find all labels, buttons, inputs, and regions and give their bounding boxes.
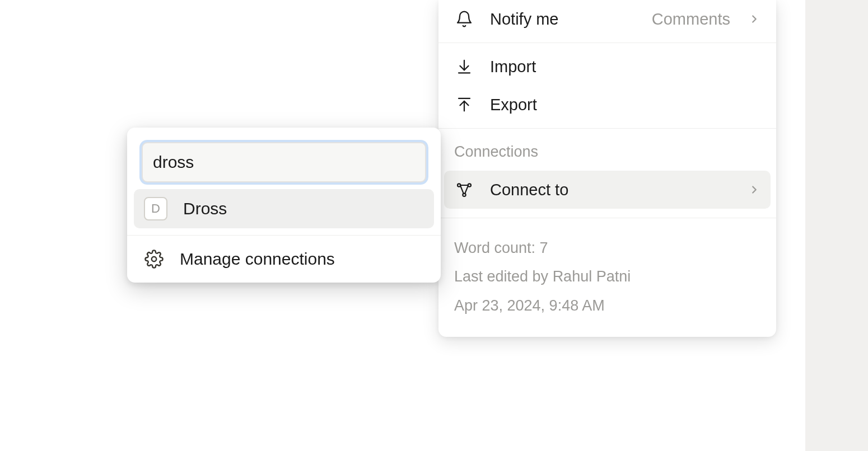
- manage-connections-item[interactable]: Manage connections: [127, 236, 441, 283]
- manage-connections-label: Manage connections: [180, 250, 335, 269]
- menu-divider: [438, 43, 776, 43]
- page-info-footer: Word count: 7 Last edited by Rahul Patni…: [438, 223, 776, 337]
- page-margin: [805, 0, 868, 451]
- connect-search-popover: D Dross Manage connections: [127, 128, 441, 283]
- word-count-line: Word count: 7: [454, 234, 760, 262]
- menu-item-value: Comments: [652, 10, 730, 29]
- last-edited-line: Last edited by Rahul Patni: [454, 262, 760, 291]
- gear-icon: [144, 249, 164, 269]
- chevron-right-icon: [748, 184, 760, 196]
- result-label: Dross: [183, 199, 227, 218]
- search-input[interactable]: [142, 142, 426, 182]
- last-edited-prefix: Last edited by: [454, 268, 553, 285]
- connections-header: Connections: [438, 133, 776, 166]
- import-item[interactable]: Import: [438, 48, 776, 86]
- page-menu-panel: Notify me Comments Import Exp: [438, 0, 776, 337]
- connect-to-item[interactable]: Connect to: [444, 171, 771, 209]
- result-badge: D: [144, 197, 167, 220]
- menu-item-label: Import: [490, 58, 760, 76]
- word-count-value: 7: [540, 239, 548, 256]
- chevron-right-icon: [748, 13, 760, 25]
- search-input-wrap: [127, 128, 441, 189]
- export-item[interactable]: Export: [438, 86, 776, 124]
- menu-item-label: Connect to: [490, 181, 732, 199]
- menu-divider: [438, 128, 776, 129]
- notify-me-item[interactable]: Notify me Comments: [438, 0, 776, 38]
- word-count-label: Word count:: [454, 239, 540, 256]
- timestamp-line: Apr 23, 2024, 9:48 AM: [454, 292, 760, 320]
- bell-icon: [454, 9, 474, 29]
- search-result-item[interactable]: D Dross: [134, 189, 434, 228]
- menu-item-label: Notify me: [490, 10, 636, 29]
- menu-item-label: Export: [490, 96, 760, 114]
- menu-divider: [438, 218, 776, 218]
- import-icon: [454, 57, 474, 77]
- connections-icon: [454, 180, 474, 200]
- last-edited-by: Rahul Patni: [553, 268, 631, 285]
- export-icon: [454, 95, 474, 115]
- svg-point-7: [152, 257, 157, 262]
